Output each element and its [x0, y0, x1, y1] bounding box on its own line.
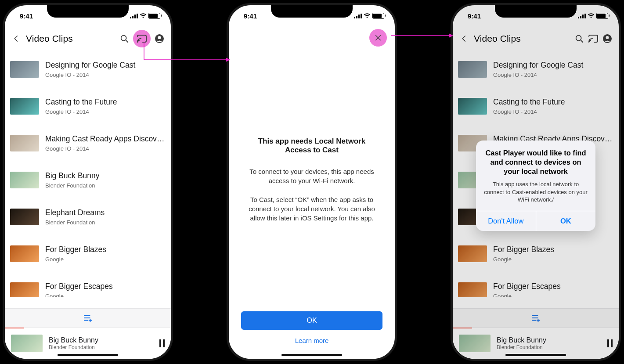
stage: 9:41 Video Clips: [0, 0, 624, 364]
video-thumbnail: [458, 282, 487, 297]
ok-button[interactable]: OK: [241, 311, 382, 330]
battery-icon: [372, 13, 384, 19]
notch: [47, 4, 129, 18]
now-playing-subtitle: Blender Foundation: [49, 344, 98, 350]
progress-indicator: [5, 328, 24, 328]
progress-indicator: [453, 328, 472, 328]
video-subtitle: Google IO - 2014: [493, 72, 613, 78]
video-subtitle: Google IO - 2014: [45, 108, 166, 115]
phone-screen-3: 9:41 Video Clips: [451, 3, 621, 361]
video-row[interactable]: Making Cast Ready Apps Discoverable Goog…: [5, 125, 171, 162]
status-time: 9:41: [244, 12, 257, 20]
signal-icon: [354, 13, 362, 18]
back-icon[interactable]: [11, 33, 22, 44]
video-title: For Bigger Blazes: [45, 245, 166, 254]
search-icon[interactable]: [574, 33, 584, 44]
app-header: Video Clips: [5, 26, 171, 51]
signal-icon: [130, 13, 138, 18]
video-thumbnail: [10, 282, 39, 297]
video-thumbnail: [10, 61, 39, 78]
battery-icon: [596, 13, 608, 19]
video-row[interactable]: Casting to the Future Google IO - 2014: [453, 88, 619, 125]
video-title: For Bigger Escapes: [45, 282, 166, 291]
video-subtitle: Google IO - 2014: [45, 145, 166, 152]
svg-point-14: [589, 41, 590, 43]
video-list: Designing for Google Cast Google IO - 20…: [5, 51, 171, 297]
status-time: 9:41: [468, 12, 481, 20]
notch: [495, 4, 577, 18]
video-title: Designing for Google Cast: [493, 61, 613, 70]
ios-permission-dialog: Cast Player would like to find and conne…: [476, 141, 595, 231]
dont-allow-button[interactable]: Don't Allow: [476, 211, 536, 231]
home-indicator: [281, 354, 342, 356]
cast-icon-highlighted[interactable]: [133, 30, 151, 47]
account-icon[interactable]: [602, 33, 613, 44]
wifi-icon: [140, 13, 147, 18]
search-icon[interactable]: [119, 33, 130, 44]
interstitial-title: This app needs Local Network Access to C…: [245, 137, 379, 155]
interstitial-actions: OK Learn more: [241, 311, 382, 345]
video-row[interactable]: Casting to the Future Google IO - 2014: [5, 88, 171, 125]
video-title: For Bigger Blazes: [493, 245, 613, 254]
ok-button[interactable]: OK: [536, 211, 596, 231]
video-thumbnail: [458, 61, 487, 78]
pause-icon[interactable]: [159, 339, 165, 347]
learn-more-link[interactable]: Learn more: [295, 337, 329, 344]
video-title: Big Buck Bunny: [45, 171, 166, 180]
video-title: For Bigger Escapes: [493, 282, 613, 291]
now-playing-title: Big Buck Bunny: [497, 336, 546, 344]
video-subtitle: Google: [493, 293, 613, 297]
video-row[interactable]: Designing for Google Cast Google IO - 20…: [5, 51, 171, 88]
video-subtitle: Blender Foundation: [45, 182, 166, 189]
video-row[interactable]: Big Buck Bunny Blender Foundation: [5, 162, 171, 198]
video-thumbnail: [10, 245, 39, 262]
now-playing-subtitle: Blender Foundation: [497, 344, 546, 350]
wifi-icon: [364, 13, 371, 18]
video-subtitle: Blender Foundation: [45, 219, 166, 226]
video-row[interactable]: For Bigger Escapes Google: [453, 272, 619, 297]
interstitial-body: This app needs Local Network Access to C…: [245, 137, 379, 232]
video-subtitle: Google: [493, 256, 613, 263]
now-playing-thumbnail: [11, 335, 43, 352]
video-subtitle: Google IO - 2014: [493, 108, 613, 115]
status-time: 9:41: [20, 12, 33, 20]
video-thumbnail: [458, 98, 487, 115]
svg-point-4: [158, 36, 161, 39]
video-title: Casting to the Future: [45, 97, 166, 107]
pause-icon[interactable]: [607, 339, 613, 347]
video-thumbnail: [458, 245, 487, 262]
notch: [271, 4, 353, 18]
page-title: Video Clips: [26, 33, 115, 44]
video-row[interactable]: Designing for Google Cast Google IO - 20…: [453, 51, 619, 88]
now-playing-title: Big Buck Bunny: [49, 336, 98, 344]
video-row[interactable]: For Bigger Escapes Google: [5, 272, 171, 297]
svg-line-13: [581, 40, 583, 42]
video-title: Casting to the Future: [493, 97, 613, 107]
video-title: Designing for Google Cast: [45, 61, 166, 70]
video-title: Elephant Dreams: [45, 208, 166, 217]
close-icon-highlighted[interactable]: [369, 29, 387, 47]
video-thumbnail: [10, 209, 39, 225]
svg-line-1: [126, 40, 128, 42]
flow-arrow-2: [389, 29, 455, 42]
video-thumbnail: [10, 172, 39, 188]
video-thumbnail: [10, 135, 39, 151]
wifi-icon: [588, 13, 595, 18]
app-header: Video Clips: [453, 26, 619, 51]
battery-icon: [148, 13, 160, 19]
video-row[interactable]: For Bigger Blazes Google: [5, 235, 171, 272]
dialog-title: Cast Player would like to find and conne…: [476, 141, 595, 178]
video-row[interactable]: For Bigger Blazes Google: [453, 235, 619, 272]
cast-icon[interactable]: [588, 33, 599, 44]
video-subtitle: Google: [45, 293, 166, 297]
home-indicator: [58, 354, 118, 356]
signal-icon: [578, 13, 586, 18]
video-title: Making Cast Ready Apps Discoverable: [45, 134, 166, 144]
video-row[interactable]: Elephant Dreams Blender Foundation: [5, 198, 171, 235]
queue-strip[interactable]: [453, 308, 619, 328]
phone-screen-1: 9:41 Video Clips: [3, 3, 173, 361]
queue-strip[interactable]: [5, 308, 171, 328]
svg-point-16: [606, 36, 609, 39]
back-icon[interactable]: [459, 33, 469, 44]
account-icon[interactable]: [154, 33, 165, 44]
